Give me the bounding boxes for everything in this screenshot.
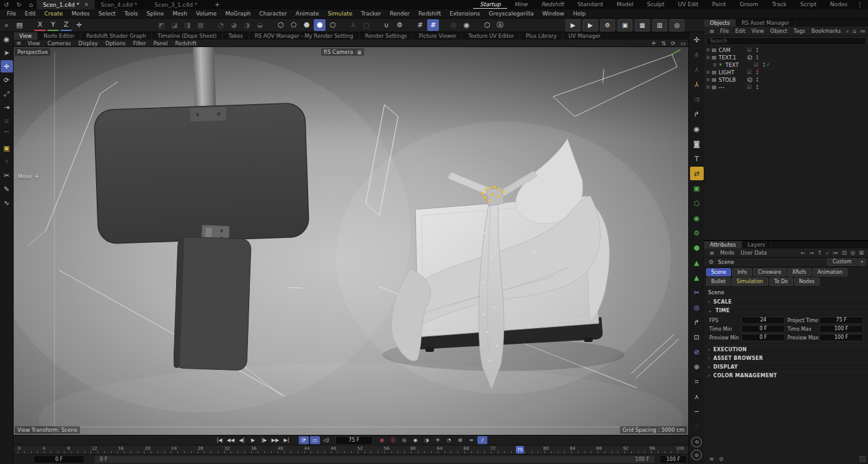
objects-menu-icon[interactable]: ⌕ <box>844 28 851 35</box>
enable-checkbox[interactable]: ☑ <box>747 69 755 75</box>
palette-icon[interactable]: ⇄ <box>690 167 704 180</box>
objects-burger-icon[interactable]: ≡ <box>707 28 717 35</box>
toolbar-icon[interactable]: ▦ <box>195 19 206 31</box>
expand-icon[interactable]: ⊞ <box>706 85 712 90</box>
keyframe-button[interactable]: ∕ <box>477 436 487 444</box>
viewport-canvas[interactable]: Perspective RS Camera ▣ Move ✛ View Tran… <box>14 47 688 435</box>
palette-icon[interactable]: ◙ <box>690 137 704 151</box>
attributes-menu-icon[interactable]: ⊞ <box>857 250 866 256</box>
tag-icon[interactable]: ⬡ <box>748 77 753 83</box>
visibility-dots[interactable] <box>761 63 766 67</box>
viewport-nav-icon[interactable]: ⟳ <box>668 40 678 46</box>
expand-icon[interactable]: ⊞ <box>706 70 712 75</box>
objects-menu-item[interactable]: Object <box>767 28 790 34</box>
menu-item[interactable]: Edit <box>20 11 40 17</box>
transport-button[interactable]: ◀◀ <box>226 436 236 444</box>
expand-icon[interactable]: ⊞ <box>706 48 712 53</box>
tool-icon[interactable]: ▣ <box>1 142 13 154</box>
menu-item[interactable]: Animate <box>291 11 324 17</box>
palette-icon[interactable]: ⚙ <box>690 226 704 240</box>
objects-tab[interactable]: RS Asset Manager <box>736 19 795 27</box>
objects-menu-item[interactable]: View <box>748 28 767 34</box>
time-field-input[interactable]: 0 F <box>742 334 785 341</box>
playback-toggle[interactable]: ◁) <box>321 436 331 444</box>
projection-label[interactable]: Perspective <box>15 48 50 56</box>
toolbar-icon[interactable]: ◨ <box>182 19 193 31</box>
palette-icon[interactable]: ∽ <box>690 405 704 418</box>
lower-panel-object[interactable] <box>174 224 252 370</box>
render-button[interactable]: ▥ <box>652 19 667 32</box>
menu-item[interactable]: Modes <box>67 11 94 17</box>
viewport-nav-icon[interactable]: ✛ <box>649 40 659 46</box>
user-data-menu[interactable]: User Data <box>738 250 770 256</box>
tool-icon[interactable]: ⌒ <box>1 128 13 141</box>
playhead-marker[interactable]: 75 <box>516 446 524 453</box>
attributes-tab[interactable]: Layers <box>742 241 771 248</box>
strip-circle-icon[interactable]: ◎ <box>691 450 702 460</box>
toolbar-icon[interactable]: ◒ <box>254 19 266 31</box>
expand-icon[interactable]: ⊞ <box>706 77 712 82</box>
time-field-input[interactable]: 75 F <box>820 317 863 324</box>
nav-icon[interactable]: ↻ <box>12 1 25 8</box>
tool-icon[interactable]: ◉ <box>1 33 13 45</box>
toolbar-icon[interactable]: ◩ <box>156 19 167 31</box>
object-name[interactable]: LIGHT <box>719 69 747 76</box>
transport-button[interactable]: ◀| <box>237 436 247 444</box>
palette-icon[interactable]: ⌗ <box>690 375 704 388</box>
menu-item[interactable]: Redshift <box>414 11 446 17</box>
palette-icon[interactable]: ✣ <box>690 33 704 46</box>
keyframe-button[interactable]: Ⓐ <box>388 436 398 444</box>
object-name[interactable]: TEXT <box>725 62 754 68</box>
viewport-burger-icon[interactable]: ≡ <box>14 40 24 46</box>
object-row[interactable]: ⊞ ▤ STOLB ☑ ⬡ <box>704 76 868 84</box>
attributes-tab[interactable]: Attributes <box>704 241 742 248</box>
camera-icon[interactable]: ▣ <box>356 48 361 56</box>
panel-tab[interactable]: Redshift Shader Graph <box>81 32 152 40</box>
layout-tab[interactable]: Mine <box>507 1 534 9</box>
viewport-menu-item[interactable]: View <box>24 40 43 46</box>
tag-icon[interactable]: ⬡ <box>748 55 753 61</box>
toolbar-icon[interactable]: Y <box>47 19 59 31</box>
toolbar-icon[interactable]: Z <box>60 19 72 31</box>
tool-icon[interactable]: ⁙ <box>1 115 13 127</box>
toolbar-icon[interactable]: ▤ <box>14 19 25 31</box>
tool-icon[interactable]: ⟳ <box>1 74 13 86</box>
toolbar-icon[interactable]: ⬡ <box>327 19 339 31</box>
menu-item[interactable]: Simulate <box>323 11 356 17</box>
attribute-tab-button[interactable]: Cineware <box>753 268 786 276</box>
menu-item[interactable]: Select <box>94 11 120 17</box>
strip-circle-icon[interactable]: ⟲ <box>691 437 702 447</box>
palette-icon[interactable]: ⬢ <box>690 241 704 255</box>
menu-item[interactable]: Create <box>40 11 68 17</box>
layout-tab[interactable]: UV Edit <box>671 1 706 9</box>
toolbar-icon[interactable] <box>27 19 33 31</box>
panel-tab[interactable]: Node Editor <box>38 32 81 40</box>
object-name[interactable]: TEXT.1 <box>719 55 747 61</box>
toolbar-icon[interactable] <box>104 19 120 31</box>
toolbar-icon[interactable]: ⬢ <box>314 19 326 31</box>
keyframe-button[interactable]: ◑ <box>422 436 432 444</box>
toolbar-icon[interactable]: ⬡ <box>481 19 493 31</box>
toolbar-icon[interactable]: ⅄ <box>347 19 359 31</box>
render-button[interactable]: ▶ <box>583 19 598 32</box>
close-tab-icon[interactable]: ✕ <box>84 2 89 7</box>
attributes-menu-icon[interactable]: ← <box>799 250 807 256</box>
tool-icon[interactable]: ⤢ <box>1 87 13 100</box>
attribute-tab-button[interactable]: XRefs <box>787 268 812 276</box>
layout-tab[interactable]: Standard <box>570 1 609 9</box>
visibility-dots[interactable] <box>755 70 760 74</box>
palette-icon[interactable]: ↱ <box>690 107 704 121</box>
objects-menu-item[interactable]: Edit <box>732 28 748 34</box>
camera-pill[interactable]: RS Camera ▣ <box>321 48 364 56</box>
time-field-input[interactable]: 0 F <box>742 325 785 333</box>
objects-menu-item[interactable]: Bookmarks <box>808 28 844 34</box>
attribute-tab-button[interactable]: Scene <box>706 268 731 276</box>
attributes-menu-icon[interactable]: ⊡ <box>840 250 849 256</box>
toolbar-icon[interactable]: ⬡ <box>275 19 286 31</box>
attributes-menu-icon[interactable]: ≔ <box>831 250 840 256</box>
keyframe-button[interactable]: ⊞ <box>455 436 465 444</box>
toolbar-icon[interactable]: ▢ <box>360 19 372 31</box>
panel-tab[interactable]: Plus Library <box>520 32 563 40</box>
visibility-dots[interactable] <box>755 85 760 89</box>
tool-icon[interactable]: ✛ <box>1 60 13 72</box>
